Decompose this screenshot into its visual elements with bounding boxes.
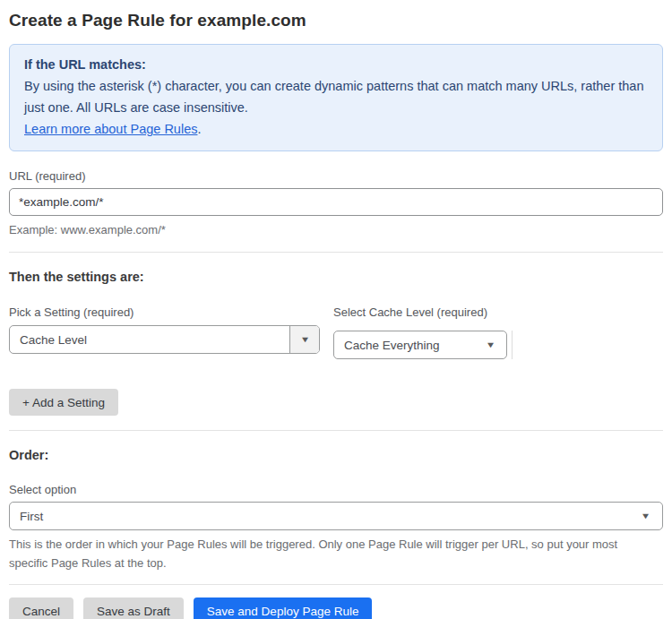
setting-select-arrow-button[interactable]: ▼ <box>289 326 319 353</box>
order-select[interactable]: First ▼ <box>9 502 663 530</box>
info-box-heading: If the URL matches: <box>24 54 648 75</box>
learn-more-link[interactable]: Learn more about Page Rules <box>24 122 197 136</box>
cache-level-select[interactable]: Cache Everything ▼ <box>333 331 507 359</box>
form-actions-row: Cancel Save as Draft Save and Deploy Pag… <box>9 598 663 619</box>
order-section-heading: Order: <box>9 448 663 462</box>
cache-level-picker-column: Select Cache Level (required) Cache Ever… <box>333 305 539 359</box>
url-match-info-box: If the URL matches: By using the asteris… <box>9 44 663 151</box>
link-period: . <box>197 122 201 136</box>
chevron-down-icon: ▼ <box>299 336 310 344</box>
cache-level-select-value: Cache Everything <box>334 339 487 352</box>
settings-pickers-row: Pick a Setting (required) Cache Level ▼ … <box>9 305 663 359</box>
save-and-deploy-button[interactable]: Save and Deploy Page Rule <box>194 598 373 619</box>
order-select-value: First <box>10 510 642 523</box>
picker-side-divider <box>512 331 513 359</box>
order-select-arrow: ▼ <box>642 512 662 520</box>
order-select-label: Select option <box>9 483 663 496</box>
setting-select-value: Cache Level <box>10 333 289 347</box>
cancel-button[interactable]: Cancel <box>9 598 73 619</box>
setting-picker-column: Pick a Setting (required) Cache Level ▼ <box>9 305 320 359</box>
add-setting-button[interactable]: + Add a Setting <box>9 389 118 416</box>
section-divider <box>9 430 663 431</box>
setting-select[interactable]: Cache Level ▼ <box>9 325 320 354</box>
cache-level-picker-row: Cache Everything ▼ <box>333 324 539 359</box>
setting-picker-label: Pick a Setting (required) <box>9 305 320 319</box>
section-divider <box>9 252 663 253</box>
chevron-down-icon: ▼ <box>486 341 496 349</box>
info-box-body: By using the asterisk (*) character, you… <box>24 75 648 118</box>
cache-level-select-arrow: ▼ <box>487 341 506 349</box>
cache-level-picker-label: Select Cache Level (required) <box>333 305 539 319</box>
url-helper-text: Example: www.example.com/* <box>9 220 663 239</box>
section-divider <box>9 584 663 585</box>
order-helper-text: This is the order in which your Page Rul… <box>9 535 654 572</box>
create-page-rule-form: Create a Page Rule for example.com If th… <box>0 0 672 619</box>
info-box-link-line: Learn more about Page Rules. <box>24 118 648 140</box>
url-label: URL (required) <box>9 169 663 183</box>
settings-section-heading: Then the settings are: <box>9 270 663 284</box>
page-title: Create a Page Rule for example.com <box>9 11 663 30</box>
save-as-draft-button[interactable]: Save as Draft <box>83 598 184 619</box>
chevron-down-icon: ▼ <box>641 512 651 520</box>
url-input[interactable] <box>9 188 663 216</box>
